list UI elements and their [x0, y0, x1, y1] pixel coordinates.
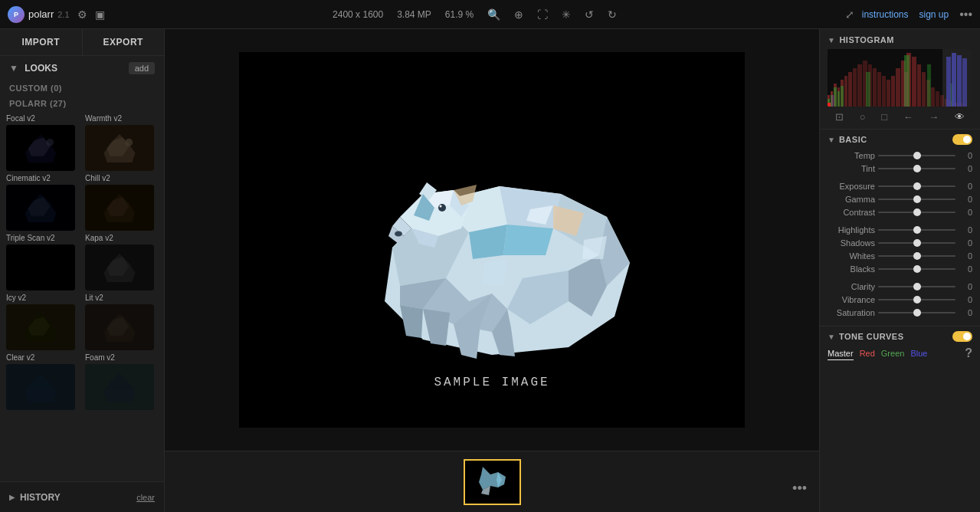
slider-track[interactable] — [878, 212, 955, 213]
image-megapixels: 3.84 MP — [397, 9, 431, 20]
look-item-clear[interactable]: Clear v2 — [6, 353, 79, 410]
slider-track[interactable] — [878, 229, 955, 231]
slider-handle[interactable] — [913, 165, 921, 172]
redo-icon[interactable]: ↻ — [608, 8, 617, 21]
history-label: HISTORY — [20, 492, 61, 503]
tone-curves-toggle[interactable] — [952, 331, 972, 342]
slider-value: 0 — [959, 295, 972, 304]
look-thumbnail — [85, 185, 154, 231]
slider-track[interactable] — [878, 168, 955, 169]
slider-handle[interactable] — [913, 195, 921, 203]
svg-point-37 — [438, 204, 446, 212]
look-label: Icy v2 — [6, 294, 79, 302]
back-icon[interactable]: ← — [903, 111, 913, 123]
fullscreen-icon[interactable]: ⛶ — [537, 8, 548, 21]
look-item-cinematic[interactable]: Cinematic v2 — [6, 174, 79, 231]
slider-handle[interactable] — [913, 283, 921, 290]
look-label: Focal v2 — [6, 114, 79, 123]
slider-track[interactable] — [878, 199, 955, 200]
forward-icon[interactable]: → — [929, 111, 939, 123]
look-item-warmth[interactable]: Warmth v2 — [85, 114, 158, 171]
history-expand-icon: ▶ — [9, 493, 15, 501]
add-look-button[interactable]: add — [129, 62, 155, 74]
slider-handle[interactable] — [913, 309, 921, 317]
basic-collapse-icon[interactable]: ▼ — [828, 136, 835, 144]
slider-row-temp: Temp 0 — [828, 151, 972, 160]
settings-icon[interactable]: ⚙ — [77, 8, 87, 21]
look-item-lit[interactable]: Lit v2 — [85, 294, 158, 350]
custom-label: CUSTOM (0) — [0, 80, 164, 96]
slider-handle[interactable] — [913, 226, 921, 234]
tone-tab-blue[interactable]: Blue — [910, 347, 927, 360]
slider-track[interactable] — [878, 155, 955, 156]
slider-track[interactable] — [878, 268, 955, 270]
svg-rect-76 — [912, 57, 916, 107]
looks-collapse-icon[interactable]: ▼ — [9, 63, 18, 74]
filmstrip-more-icon[interactable]: ••• — [792, 481, 807, 497]
instructions-link[interactable]: instructions — [862, 9, 909, 20]
slider-track[interactable] — [878, 286, 955, 287]
image-zoom: 61.9 % — [445, 9, 474, 20]
slider-label: Saturation — [828, 308, 875, 317]
svg-point-38 — [440, 205, 442, 208]
look-item-icy[interactable]: Icy v2 — [6, 294, 79, 350]
eye-icon[interactable]: 👁 — [955, 111, 965, 123]
slider-track[interactable] — [878, 312, 955, 313]
zoom-fit-icon[interactable]: ⊕ — [514, 8, 523, 21]
look-item-triplescan[interactable]: Triple Scan v2 — [6, 234, 79, 290]
svg-marker-19 — [104, 373, 136, 402]
slider-handle[interactable] — [913, 265, 921, 273]
slider-label: Highlights — [828, 225, 875, 235]
slider-label: Clarity — [828, 282, 875, 291]
grid-icon[interactable]: ✳ — [562, 8, 571, 21]
slider-handle[interactable] — [913, 208, 921, 216]
slider-handle[interactable] — [913, 239, 921, 247]
slider-track[interactable] — [878, 242, 955, 244]
more-options-icon[interactable]: ••• — [959, 8, 972, 21]
look-label: Warmth v2 — [85, 114, 158, 123]
slider-handle[interactable] — [913, 252, 921, 260]
look-item-foam[interactable]: Foam v2 — [85, 353, 158, 410]
zoom-out-icon[interactable]: 🔍 — [487, 8, 500, 21]
help-icon[interactable]: ? — [965, 346, 972, 360]
look-item-kapa[interactable]: Kapa v2 — [85, 234, 158, 290]
look-row: Focal v2 Warmth v2 — [6, 114, 158, 171]
undo-icon[interactable]: ↺ — [585, 8, 594, 21]
basic-toggle[interactable] — [952, 134, 972, 145]
slider-value: 0 — [959, 238, 972, 248]
signup-link[interactable]: sign up — [919, 9, 949, 20]
app-logo[interactable]: P polarr 2.1 — [8, 6, 70, 23]
look-thumbnail — [6, 304, 75, 350]
look-item-chill[interactable]: Chill v2 — [85, 174, 158, 231]
slider-handle[interactable] — [913, 182, 921, 190]
slider-track[interactable] — [878, 299, 955, 300]
import-button[interactable]: IMPORT — [0, 29, 82, 55]
layout-icon[interactable]: ▣ — [95, 8, 105, 21]
crop-icon[interactable]: ⊡ — [835, 111, 844, 123]
slider-track[interactable] — [878, 185, 955, 187]
rect-icon[interactable]: □ — [881, 111, 887, 123]
slider-track[interactable] — [878, 255, 955, 257]
tone-collapse-icon[interactable]: ▼ — [828, 333, 835, 341]
svg-rect-73 — [896, 68, 900, 107]
tone-tab-master[interactable]: Master — [828, 347, 854, 360]
canvas-area[interactable]: SAMPLE IMAGE — [165, 29, 819, 451]
look-item-focal[interactable]: Focal v2 — [6, 114, 79, 171]
svg-rect-72 — [891, 76, 895, 107]
histogram-canvas — [828, 49, 972, 107]
circle-icon[interactable]: ○ — [860, 111, 866, 123]
svg-marker-43 — [400, 305, 423, 338]
history-toggle[interactable]: ▶ HISTORY — [9, 492, 61, 503]
slider-handle[interactable] — [913, 152, 921, 159]
slider-value: 0 — [959, 151, 972, 160]
look-row: Cinematic v2 Chill v2 — [6, 174, 158, 231]
history-clear-button[interactable]: clear — [136, 493, 155, 502]
tone-tab-green[interactable]: Green — [881, 347, 905, 360]
right-panel: ▼ HISTOGRAM — [819, 29, 980, 512]
expand-icon[interactable]: ⤢ — [845, 8, 854, 21]
export-button[interactable]: EXPORT — [82, 29, 165, 55]
histogram-collapse-icon[interactable]: ▼ — [828, 36, 835, 44]
tone-tab-red[interactable]: Red — [860, 347, 875, 360]
slider-handle[interactable] — [913, 296, 921, 304]
filmstrip-thumbnail[interactable] — [464, 459, 521, 505]
